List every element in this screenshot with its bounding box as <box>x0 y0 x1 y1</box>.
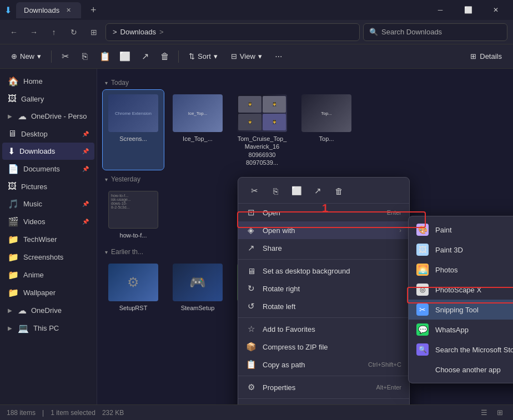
downloads-icon: ⬇ <box>8 146 15 156</box>
sidebar-item-videos[interactable]: 🎬 Videos 📌 <box>2 213 94 230</box>
expand-icon-thispc: ▶ <box>8 325 12 331</box>
delete-button[interactable]: 🗑 <box>156 48 174 65</box>
list-view-button[interactable]: ☰ <box>477 407 491 419</box>
ctx-rotateright[interactable]: ↻ Rotate right <box>238 280 409 297</box>
wallpaper-icon: 📁 <box>8 287 19 298</box>
details-button[interactable]: ⊞ Details <box>465 49 507 63</box>
sidebar-item-screenshots[interactable]: 📁 Screenshots <box>2 249 94 266</box>
ctx-sep3 <box>238 376 409 376</box>
new-icon: ⊕ <box>11 52 17 60</box>
ctx-setdesktop[interactable]: 🖥 Set as desktop background <box>238 262 409 280</box>
up-button[interactable]: ↑ <box>46 24 62 41</box>
tab-close-button[interactable]: ✕ <box>64 6 73 15</box>
submenu-openwith: 🎨 Paint 🖼 Paint 3D 🌅 Photos ◎ PhotoScape… <box>408 216 513 383</box>
sidebar-item-desktop[interactable]: 🖥 Desktop 📌 <box>2 125 94 142</box>
sidebar-item-anime[interactable]: 📁 Anime <box>2 266 94 284</box>
grid-view-button[interactable]: ⊞ <box>493 407 506 419</box>
sidebar-item-downloads[interactable]: ⬇ Downloads 📌 <box>2 143 94 160</box>
ctx-share-button[interactable]: ↗ <box>309 183 326 199</box>
ctx-compress[interactable]: 📦 Compress to ZIP file <box>238 338 409 356</box>
sort-dropdown-icon: ▾ <box>214 52 218 60</box>
ctx-rename-button[interactable]: ⬜ <box>288 183 305 199</box>
restore-button[interactable]: ⬜ <box>455 2 481 18</box>
sidebar-item-music[interactable]: 🎵 Music 📌 <box>2 195 94 212</box>
ctx-delete-button[interactable]: 🗑 <box>330 183 347 199</box>
ctx-share-label: Share <box>263 244 282 252</box>
sidebar-item-pictures[interactable]: 🖼 Pictures <box>2 178 94 195</box>
ctx-sep4 <box>238 398 409 399</box>
file-item-screenshot[interactable]: Chrome Extension Screens... <box>103 90 164 170</box>
ctx-rotateleft[interactable]: ↺ Rotate left <box>238 297 409 315</box>
sidebar-label-anime: Anime <box>23 271 44 279</box>
new-tab-button[interactable]: + <box>86 2 101 18</box>
ctx-share[interactable]: ↗ Share <box>238 239 409 257</box>
view-button[interactable]: ⊟ View ▾ <box>225 49 268 63</box>
toggle-today[interactable]: ▾ <box>105 80 108 86</box>
cut-button[interactable]: ✂ <box>56 48 74 65</box>
forward-button[interactable]: → <box>26 24 42 41</box>
sidebar-item-wallpaper[interactable]: 📁 Wallpaper <box>2 284 94 301</box>
ctx-addtofav[interactable]: ☆ Add to Favorites <box>238 320 409 338</box>
ctx-open[interactable]: ⊡ Open Enter <box>238 204 409 221</box>
search-box[interactable]: 🔍 Search Downloads <box>363 23 507 41</box>
share-button[interactable]: ↗ <box>136 48 154 65</box>
submenu-snipping[interactable]: ✂ Snipping Tool <box>409 300 513 320</box>
ctx-openwith-arrow: › <box>399 227 401 234</box>
sidebar-item-onedrive2[interactable]: ▶ ☁ OneDrive <box>2 302 94 319</box>
submenu-photoscape[interactable]: ◎ PhotoScape X <box>409 280 513 300</box>
ctx-cut-button[interactable]: ✂ <box>246 183 263 199</box>
minimize-button[interactable]: ─ <box>428 2 453 18</box>
ctx-copy-button[interactable]: ⎘ <box>267 183 284 199</box>
sidebar-item-techwiser[interactable]: 📁 TechWiser <box>2 231 94 248</box>
file-name-screenshot: Screens... <box>119 135 147 143</box>
sidebar-item-thispc[interactable]: ▶ 💻 This PC <box>2 320 94 337</box>
sort-button[interactable]: ⇅ Sort ▾ <box>183 49 223 63</box>
pin-icon-documents: 📌 <box>82 166 89 172</box>
submenu-whatsapp[interactable]: 💬 WhatsApp <box>409 320 513 340</box>
submenu-photos[interactable]: 🌅 Photos <box>409 260 513 280</box>
ctx-sendnearby[interactable]: 📡 Send with Nearby Share <box>238 401 409 404</box>
new-button[interactable]: ⊕ New ▾ <box>6 49 47 63</box>
toggle-earlier[interactable]: ▾ <box>105 249 108 255</box>
paste-button[interactable]: 📋 <box>96 48 114 65</box>
copy-button[interactable]: ⎘ <box>76 48 94 65</box>
file-thumb-ice: Ice_Top... <box>173 94 223 132</box>
ctx-copypath[interactable]: 📋 Copy as path Ctrl+Shift+C <box>238 356 409 373</box>
file-item-tomcruise[interactable]: 🧑‍✈️ 🧑‍✈️ 🧑‍✈️ 🧑‍✈️ Tom_Cruise_Top_Maver… <box>232 90 293 170</box>
file-item-article[interactable]: how-to-f...isk-usage...dows-10-8-2-5c3d.… <box>103 186 164 242</box>
sidebar-item-home[interactable]: 🏠 Home <box>2 73 94 90</box>
file-item-ice[interactable]: Ice_Top... Ice_Top_... <box>167 90 228 170</box>
ctx-properties[interactable]: ⚙ Properties Alt+Enter <box>238 378 409 396</box>
store-icon: 🔍 <box>416 343 429 356</box>
address-path[interactable]: > Downloads > <box>105 23 360 41</box>
submenu-paint3d[interactable]: 🖼 Paint 3D <box>409 240 513 260</box>
file-item-steam[interactable]: 🎮 SteamSetup <box>167 259 228 315</box>
sidebar-label-techwiser: TechWiser <box>23 235 57 244</box>
rename-button[interactable]: ⬜ <box>116 48 134 65</box>
ctx-openwith[interactable]: ◈ Open with › <box>238 221 409 239</box>
sidebar-label-home: Home <box>23 77 43 85</box>
submenu-anotherapp-label: Choose another app <box>435 366 501 374</box>
pin-icon-videos: 📌 <box>82 219 89 225</box>
toggle-yesterday[interactable]: ▾ <box>105 176 108 183</box>
submenu-store[interactable]: 🔍 Search the Microsoft Store <box>409 340 513 360</box>
ctx-properties-label: Properties <box>263 383 295 392</box>
more-button[interactable]: ··· <box>270 48 288 65</box>
sidebar-item-onedrive-personal[interactable]: ▶ ☁ OneDrive - Perso <box>2 108 94 125</box>
file-item-setuprst[interactable]: ⚙ SetupRST <box>103 259 164 315</box>
submenu-paint[interactable]: 🎨 Paint <box>409 220 513 240</box>
refresh-button[interactable]: ↻ <box>66 24 82 41</box>
ctx-rotateright-label: Rotate right <box>263 285 300 293</box>
sidebar-item-gallery[interactable]: 🖼 Gallery <box>2 90 94 107</box>
submenu-photos-label: Photos <box>435 266 457 274</box>
sidebar-item-documents[interactable]: 📄 Documents 📌 <box>2 160 94 178</box>
file-item-topgun2[interactable]: Top... Top... <box>296 90 357 170</box>
paint3d-icon: 🖼 <box>416 244 429 256</box>
close-button[interactable]: ✕ <box>483 2 509 18</box>
ctx-addtofav-label: Add to Favorites <box>263 325 315 333</box>
display-mode-button[interactable]: ⊞ <box>86 24 102 41</box>
back-button[interactable]: ← <box>6 24 22 41</box>
view-label: View <box>240 52 255 60</box>
submenu-anotherapp[interactable]: Choose another app <box>409 360 513 379</box>
active-tab[interactable]: Downloads ✕ <box>16 2 81 18</box>
